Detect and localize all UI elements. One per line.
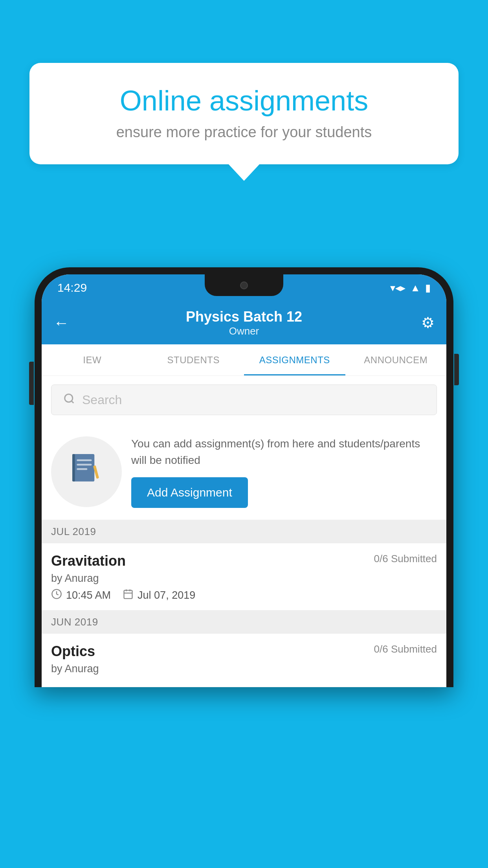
gravitation-submitted: 0/6 Submitted bbox=[374, 553, 437, 565]
app-bar: ← Physics Batch 12 Owner ⚙ bbox=[42, 301, 446, 344]
svg-point-0 bbox=[65, 394, 73, 402]
status-bar: 14:29 ▾◂▸ ▲ ▮ bbox=[42, 274, 446, 301]
app-bar-center: Physics Batch 12 Owner bbox=[186, 309, 302, 337]
content-area: Search bbox=[42, 376, 446, 687]
search-placeholder: Search bbox=[82, 393, 122, 407]
svg-rect-5 bbox=[77, 463, 92, 465]
tab-announcements[interactable]: ANNOUNCEM bbox=[345, 344, 447, 375]
notebook-icon bbox=[69, 451, 104, 493]
bubble-subtitle: ensure more practice for your students bbox=[57, 124, 431, 141]
tabs-bar: IEW STUDENTS ASSIGNMENTS ANNOUNCEM bbox=[42, 344, 446, 376]
assignment-item-optics[interactable]: Optics 0/6 Submitted by Anurag bbox=[42, 634, 446, 687]
optics-row-top: Optics 0/6 Submitted bbox=[51, 643, 437, 660]
section-month-jun: JUN 2019 bbox=[51, 616, 98, 628]
status-time: 14:29 bbox=[57, 281, 87, 294]
gravitation-time-meta: 10:45 AM bbox=[51, 588, 111, 602]
svg-rect-4 bbox=[77, 459, 92, 461]
section-header-jun: JUN 2019 bbox=[42, 611, 446, 634]
calendar-icon bbox=[123, 588, 134, 602]
add-assignment-button[interactable]: Add Assignment bbox=[131, 477, 248, 508]
back-button[interactable]: ← bbox=[53, 314, 77, 332]
add-assignment-section: You can add assignment(s) from here and … bbox=[42, 424, 446, 520]
tab-iew[interactable]: IEW bbox=[42, 344, 143, 375]
svg-rect-9 bbox=[124, 590, 132, 599]
section-header-jul: JUL 2019 bbox=[42, 520, 446, 543]
phone-wrapper: 14:29 ▾◂▸ ▲ ▮ ← Physics Batch 12 Owner ⚙ bbox=[35, 267, 453, 868]
add-section-description: You can add assignment(s) from here and … bbox=[131, 436, 437, 469]
gravitation-date-meta: Jul 07, 2019 bbox=[123, 588, 195, 602]
gravitation-meta: 10:45 AM Jul 07, 201 bbox=[51, 588, 437, 602]
optics-author: by Anurag bbox=[51, 663, 437, 675]
assignment-item-gravitation[interactable]: Gravitation 0/6 Submitted by Anurag bbox=[42, 543, 446, 611]
search-bar[interactable]: Search bbox=[51, 384, 437, 415]
settings-button[interactable]: ⚙ bbox=[421, 314, 435, 331]
camera-dot bbox=[240, 281, 248, 289]
svg-rect-3 bbox=[72, 454, 75, 482]
tab-assignments[interactable]: ASSIGNMENTS bbox=[244, 344, 345, 375]
speech-bubble-container: Online assignments ensure more practice … bbox=[29, 63, 459, 164]
gravitation-row-top: Gravitation 0/6 Submitted bbox=[51, 553, 437, 569]
notch bbox=[205, 274, 283, 296]
signal-icon: ▲ bbox=[410, 282, 420, 294]
bubble-title: Online assignments bbox=[57, 85, 431, 117]
svg-rect-6 bbox=[77, 468, 87, 470]
phone-inner: 14:29 ▾◂▸ ▲ ▮ ← Physics Batch 12 Owner ⚙ bbox=[42, 274, 446, 687]
clock-icon bbox=[51, 588, 62, 602]
wifi-icon: ▾◂▸ bbox=[390, 282, 405, 294]
gravitation-date: Jul 07, 2019 bbox=[138, 589, 195, 601]
gravitation-title: Gravitation bbox=[51, 553, 126, 569]
add-section-right: You can add assignment(s) from here and … bbox=[131, 436, 437, 508]
svg-rect-2 bbox=[73, 454, 94, 482]
svg-line-1 bbox=[72, 401, 73, 403]
battery-icon: ▮ bbox=[425, 282, 431, 294]
gravitation-author: by Anurag bbox=[51, 572, 437, 585]
app-bar-title: Physics Batch 12 bbox=[186, 309, 302, 325]
speech-bubble: Online assignments ensure more practice … bbox=[29, 63, 459, 164]
optics-submitted: 0/6 Submitted bbox=[374, 643, 437, 655]
phone-outer: 14:29 ▾◂▸ ▲ ▮ ← Physics Batch 12 Owner ⚙ bbox=[35, 267, 453, 687]
section-month-jul: JUL 2019 bbox=[51, 526, 96, 537]
assignment-icon-circle bbox=[51, 436, 122, 507]
gravitation-time: 10:45 AM bbox=[66, 589, 111, 601]
app-bar-subtitle: Owner bbox=[186, 325, 302, 337]
tab-students[interactable]: STUDENTS bbox=[143, 344, 244, 375]
search-icon bbox=[63, 392, 75, 408]
optics-title: Optics bbox=[51, 643, 95, 660]
status-icons: ▾◂▸ ▲ ▮ bbox=[390, 282, 431, 294]
search-container: Search bbox=[42, 376, 446, 424]
